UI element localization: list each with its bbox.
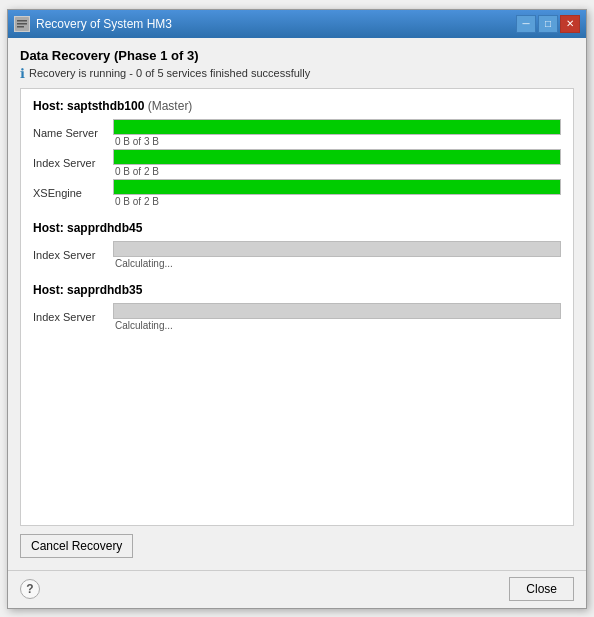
progress-label: 0 B of 3 B xyxy=(113,136,561,147)
host-label: Host: sapprdhdb35 xyxy=(33,283,561,297)
progress-bar-bg xyxy=(113,241,561,257)
info-icon: ℹ xyxy=(20,67,25,80)
progress-container: 0 B of 2 B xyxy=(113,149,561,177)
progress-container: Calculating... xyxy=(113,241,561,269)
main-window: Recovery of System HM3 ─ □ ✕ Data Recove… xyxy=(7,9,587,609)
service-name: XSEngine xyxy=(33,187,113,199)
window-icon xyxy=(14,16,30,32)
progress-container: Calculating... xyxy=(113,303,561,331)
hosts-panel: Host: saptsthdb100 (Master)Name Server0 … xyxy=(20,88,574,526)
progress-bar-fill xyxy=(114,120,560,134)
status-line: ℹ Recovery is running - 0 of 5 services … xyxy=(20,67,574,80)
dialog-footer: ? Close xyxy=(8,570,586,608)
service-row: Index ServerCalculating... xyxy=(33,241,561,269)
host-section: Host: saptsthdb100 (Master)Name Server0 … xyxy=(33,99,561,207)
cancel-recovery-button[interactable]: Cancel Recovery xyxy=(20,534,133,558)
header-section: Data Recovery (Phase 1 of 3) ℹ Recovery … xyxy=(20,48,574,80)
service-row: Index ServerCalculating... xyxy=(33,303,561,331)
progress-bar-bg xyxy=(113,119,561,135)
service-row: Index Server0 B of 2 B xyxy=(33,149,561,177)
service-name: Name Server xyxy=(33,127,113,139)
svg-rect-3 xyxy=(17,26,24,28)
host-label: Host: sapprdhdb45 xyxy=(33,221,561,235)
page-title: Data Recovery (Phase 1 of 3) xyxy=(20,48,574,63)
progress-label: 0 B of 2 B xyxy=(113,196,561,207)
service-row: XSEngine0 B of 2 B xyxy=(33,179,561,207)
svg-rect-2 xyxy=(17,23,27,25)
progress-bar-bg xyxy=(113,303,561,319)
progress-label: Calculating... xyxy=(113,320,561,331)
status-text: Recovery is running - 0 of 5 services fi… xyxy=(29,67,310,79)
restore-button[interactable]: □ xyxy=(538,15,558,33)
progress-bar-fill xyxy=(114,150,560,164)
footer-buttons: Cancel Recovery xyxy=(20,526,574,562)
progress-bar-fill xyxy=(114,180,560,194)
minimize-button[interactable]: ─ xyxy=(516,15,536,33)
svg-rect-1 xyxy=(17,20,27,22)
host-label: Host: saptsthdb100 (Master) xyxy=(33,99,561,113)
progress-bar-bg xyxy=(113,149,561,165)
progress-label: 0 B of 2 B xyxy=(113,166,561,177)
window-title: Recovery of System HM3 xyxy=(36,17,516,31)
progress-label: Calculating... xyxy=(113,258,561,269)
close-button[interactable]: Close xyxy=(509,577,574,601)
service-name: Index Server xyxy=(33,311,113,323)
progress-bar-bg xyxy=(113,179,561,195)
host-section: Host: sapprdhdb45Index ServerCalculating… xyxy=(33,221,561,269)
title-bar-controls: ─ □ ✕ xyxy=(516,15,580,33)
service-name: Index Server xyxy=(33,249,113,261)
host-section: Host: sapprdhdb35Index ServerCalculating… xyxy=(33,283,561,331)
service-row: Name Server0 B of 3 B xyxy=(33,119,561,147)
progress-container: 0 B of 3 B xyxy=(113,119,561,147)
help-button[interactable]: ? xyxy=(20,579,40,599)
service-name: Index Server xyxy=(33,157,113,169)
title-bar: Recovery of System HM3 ─ □ ✕ xyxy=(8,10,586,38)
progress-container: 0 B of 2 B xyxy=(113,179,561,207)
content-area: Data Recovery (Phase 1 of 3) ℹ Recovery … xyxy=(8,38,586,570)
close-window-button[interactable]: ✕ xyxy=(560,15,580,33)
